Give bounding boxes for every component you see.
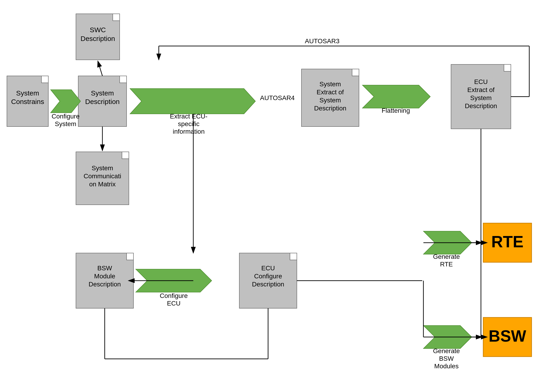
svg-text:SWC: SWC [90, 26, 106, 34]
flattening-label: Flattening [382, 107, 410, 114]
system-extract-doc: System Extract of System Description [302, 69, 359, 127]
svg-text:RTE: RTE [491, 233, 524, 251]
svg-text:BSW: BSW [489, 327, 526, 345]
generate-bsw-label: Generate [433, 347, 460, 355]
svg-text:Description: Description [465, 102, 497, 109]
svg-marker-1 [42, 76, 48, 83]
extract-ecu-label: Extract ECU- [170, 113, 207, 120]
diagram-container: System Constrains SWC Description System… [0, 0, 541, 392]
configure-ecu-label: Configure [160, 292, 187, 299]
svg-text:Modules: Modules [434, 363, 459, 370]
system-constrains-doc: System Constrains [7, 76, 48, 127]
configure-system-arrow [51, 90, 81, 113]
system-comm-matrix-doc: System Communicati on Matrix [76, 152, 129, 205]
svg-text:specific: specific [178, 120, 199, 127]
svg-text:Description: Description [85, 98, 120, 105]
system-description-doc: System Description [78, 76, 127, 127]
svg-text:Configure: Configure [254, 273, 282, 280]
svg-text:Constrains: Constrains [11, 98, 44, 105]
svg-text:Description: Description [81, 35, 115, 42]
svg-text:Communicati: Communicati [83, 173, 121, 180]
svg-marker-18 [122, 152, 129, 159]
svg-text:RTE: RTE [440, 261, 453, 268]
svg-marker-48 [290, 253, 297, 260]
svg-text:Description: Description [252, 281, 284, 288]
flattening-arrow [362, 85, 430, 108]
svg-marker-33 [504, 64, 511, 71]
svg-text:BSW: BSW [97, 265, 112, 272]
svg-text:System: System [319, 81, 341, 88]
svg-text:Extract of: Extract of [317, 88, 344, 96]
svg-text:ECU: ECU [261, 265, 275, 272]
svg-marker-58 [51, 90, 81, 113]
svg-text:System: System [470, 94, 492, 101]
svg-marker-41 [127, 253, 134, 260]
swc-description-doc: SWC Description [76, 14, 120, 60]
svg-text:ECU: ECU [474, 78, 488, 85]
svg-marker-12 [120, 76, 127, 83]
ecu-extract-doc: ECU Extract of System Description [451, 64, 511, 129]
bsw-module-doc: BSW Module Description [76, 253, 134, 308]
rte-box: RTE [483, 223, 531, 262]
svg-text:System: System [92, 165, 113, 172]
svg-text:Description: Description [88, 281, 121, 288]
ecu-configure-doc: ECU Configure Description [239, 253, 297, 308]
autosar4-label: AUTOSAR4 [260, 94, 295, 101]
svg-text:System: System [319, 97, 341, 104]
svg-text:information: information [173, 128, 205, 135]
svg-marker-6 [113, 14, 120, 21]
svg-text:System: System [55, 120, 76, 127]
autosar3-label: AUTOSAR3 [305, 37, 339, 45]
system-constrains-label: System [16, 89, 39, 97]
svg-text:BSW: BSW [439, 355, 454, 362]
svg-text:Module: Module [94, 273, 115, 280]
svg-text:Extract of: Extract of [467, 86, 494, 93]
svg-marker-25 [352, 69, 359, 76]
svg-text:on Matrix: on Matrix [89, 181, 115, 188]
generate-rte-label: Generate [433, 253, 460, 260]
bsw-box: BSW [483, 317, 531, 356]
swc-up-arrow [98, 61, 102, 76]
svg-marker-59 [130, 88, 255, 114]
configure-system-label: Configure [52, 113, 79, 120]
diagram-svg: System Constrains SWC Description System… [0, 0, 541, 392]
svg-text:Description: Description [314, 105, 346, 112]
svg-text:System: System [91, 89, 114, 97]
svg-marker-60 [362, 85, 430, 108]
extract-ecu-arrow [130, 88, 255, 114]
svg-text:ECU: ECU [167, 300, 180, 307]
